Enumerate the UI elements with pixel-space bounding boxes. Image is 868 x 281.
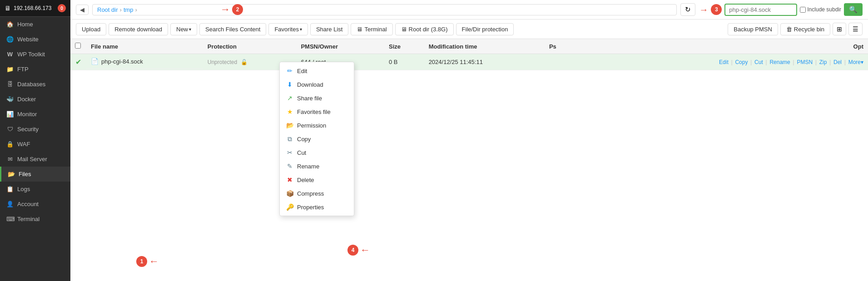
context-menu-item-copy[interactable]: ⧉ Copy [280, 132, 354, 146]
context-menu-item-cut[interactable]: ✂ Cut [280, 146, 354, 159]
sidebar-item-databases[interactable]: 🗄 Databases [0, 77, 70, 92]
context-menu-item-delete[interactable]: ✖ Delete [280, 173, 354, 187]
wp-toolkit-icon: W [6, 51, 14, 58]
waf-icon: 🔒 [6, 141, 14, 148]
sidebar-item-docker[interactable]: 🐳 Docker [0, 92, 70, 107]
account-icon: 👤 [6, 201, 14, 207]
properties-menu-label: Properties [297, 204, 324, 211]
root-dir-button[interactable]: 🖥Root dir (3.8G) [395, 23, 454, 35]
table-row: ✔ 📄 php-cgi-84.sock Unprotected 🔓 644 / … [70, 54, 868, 70]
ip-address: 192.168.66.173 [14, 5, 51, 11]
download-menu-icon: ⬇ [286, 81, 293, 88]
download-menu-label: Download [297, 81, 323, 88]
sidebar-label-ftp: FTP [17, 66, 29, 73]
sidebar-item-terminal[interactable]: ⌨ Terminal [0, 212, 70, 227]
sidebar-label-mail-server: Mail Server [17, 156, 47, 163]
back-button[interactable]: ◀ [76, 5, 89, 15]
annotation-circle-1: 1 [136, 256, 147, 267]
main-content: ◀ Root dir › tmp › ↻ → 2 → 3 Include sub… [70, 0, 868, 281]
sidebar-item-wp-toolkit[interactable]: W WP Toolkit [0, 47, 70, 62]
share-menu-icon: ↗ [286, 94, 293, 102]
sidebar: 🖥 192.168.66.173 0 🏠 Home 🌐 Website W WP… [0, 0, 70, 281]
select-all-checkbox[interactable] [75, 43, 81, 49]
cut-menu-icon: ✂ [286, 149, 293, 156]
refresh-button[interactable]: ↻ [680, 3, 695, 16]
search-area: → 3 Include subdir 🔍 [699, 3, 863, 16]
sidebar-item-files[interactable]: 📂 Files [0, 167, 70, 182]
sidebar-label-databases: Databases [17, 81, 45, 88]
row-filename-cell: 📄 php-cgi-84.sock [86, 54, 203, 69]
notification-badge: 0 [58, 4, 66, 12]
action-del[interactable]: Del [833, 59, 842, 65]
share-list-button[interactable]: Share List [310, 23, 349, 35]
compress-menu-label: Compress [297, 190, 324, 197]
annotation-arrow-3: → [699, 5, 708, 15]
context-menu-item-favorites[interactable]: ★ Favorites file [280, 105, 354, 118]
sidebar-item-logs[interactable]: 📋 Logs [0, 182, 70, 197]
row-actions-cell: Edit | Copy | Cut | Rename | PMSN | Zip … [575, 54, 868, 70]
context-menu-item-permission[interactable]: 📂 Permission [280, 118, 354, 132]
include-subdir-checkbox[interactable] [800, 7, 806, 13]
remote-download-button[interactable]: Remote download [109, 23, 168, 35]
terminal-button[interactable]: 🖥Terminal [351, 23, 392, 35]
properties-menu-icon: 🔑 [286, 203, 293, 211]
security-icon: 🛡 [6, 126, 14, 133]
terminal-toolbar-icon: 🖥 [357, 26, 362, 33]
favorites-button[interactable]: Favorites▾ [268, 23, 308, 35]
context-menu-item-rename[interactable]: ✎ Rename [280, 159, 354, 173]
search-button[interactable]: 🔍 [844, 3, 863, 16]
action-more[interactable]: More▾ [848, 59, 863, 65]
sidebar-header: 🖥 192.168.66.173 0 [0, 0, 70, 17]
sidebar-item-account[interactable]: 👤 Account [0, 197, 70, 212]
list-view-button[interactable]: ☰ [848, 23, 863, 35]
favorites-menu-label: Favorites file [297, 108, 331, 115]
sidebar-item-home[interactable]: 🏠 Home [0, 17, 70, 32]
sidebar-item-security[interactable]: 🛡 Security [0, 122, 70, 137]
context-menu-item-edit[interactable]: ✏ Edit [280, 64, 354, 78]
row-checkbox-cell[interactable]: ✔ [70, 54, 86, 70]
context-menu: ✏ Edit ⬇ Download ↗ Share file ★ Favorit… [279, 62, 354, 216]
rename-menu-label: Rename [297, 163, 319, 170]
recycle-bin-button[interactable]: 🗑Recycle bin [780, 23, 830, 35]
backup-pmsn-button[interactable]: Backup PMSN [728, 23, 778, 35]
col-filename: File name [86, 39, 203, 54]
server-icon: 🖥 [5, 5, 11, 12]
breadcrumb-root[interactable]: Root dir [97, 6, 118, 13]
new-button[interactable]: New▾ [170, 23, 197, 35]
action-cut[interactable]: Cut [754, 59, 763, 65]
context-menu-item-properties[interactable]: 🔑 Properties [280, 200, 354, 214]
search-files-content-button[interactable]: Search Files Content [199, 23, 266, 35]
sidebar-item-website[interactable]: 🌐 Website [0, 32, 70, 47]
copy-menu-icon: ⧉ [286, 135, 293, 143]
action-zip[interactable]: Zip [819, 59, 827, 65]
context-menu-item-compress[interactable]: 📦 Compress [280, 187, 354, 200]
grid-view-button[interactable]: ⊞ [833, 23, 846, 35]
search-input[interactable] [724, 4, 797, 16]
sep2: | [750, 59, 752, 65]
file-dir-protection-button[interactable]: File/Dir protection [456, 23, 514, 35]
sidebar-item-monitor[interactable]: 📊 Monitor [0, 107, 70, 122]
action-rename[interactable]: Rename [769, 59, 790, 65]
sidebar-item-waf[interactable]: 🔒 WAF [0, 137, 70, 152]
context-menu-item-share[interactable]: ↗ Share file [280, 91, 354, 105]
col-opt: Opt [575, 39, 868, 54]
breadcrumb-sep1: › [120, 6, 122, 13]
sidebar-label-account: Account [17, 201, 39, 207]
context-menu-item-download[interactable]: ⬇ Download [280, 78, 354, 91]
sidebar-item-ftp[interactable]: 📁 FTP [0, 62, 70, 77]
sep4: | [793, 59, 794, 65]
sidebar-item-mail-server[interactable]: ✉ Mail Server [0, 152, 70, 167]
action-pmsn[interactable]: PMSN [797, 59, 813, 65]
size-value: 0 B [389, 59, 398, 65]
sidebar-label-docker: Docker [17, 96, 36, 103]
ftp-icon: 📁 [6, 66, 14, 73]
col-pmsn-owner: PMSN/Owner [296, 39, 384, 54]
upload-button[interactable]: Upload [76, 23, 106, 35]
check-icon: ✔ [75, 58, 81, 66]
home-icon: 🏠 [6, 21, 14, 28]
include-subdir-label: Include subdir [800, 6, 841, 13]
breadcrumb-tmp[interactable]: tmp [124, 6, 134, 13]
action-edit[interactable]: Edit [719, 59, 729, 65]
modtime-value: 2024/12/25 11:45:11 [429, 59, 483, 65]
action-copy[interactable]: Copy [735, 59, 748, 65]
